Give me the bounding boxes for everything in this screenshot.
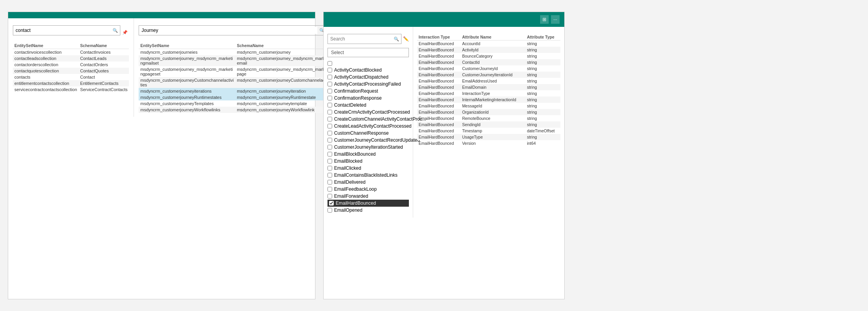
cdm-standard-pin-icon[interactable]: 📌 — [121, 28, 129, 37]
table-row[interactable]: contactorderscollection ContactOrders — [13, 61, 129, 68]
list-item[interactable]: CreateCrmActivityContactProcessed — [327, 109, 409, 116]
attr-type-cell: string — [525, 97, 560, 103]
list-item[interactable]: ContactDeleted — [327, 102, 409, 109]
table-row[interactable]: msdyncrm_customerjourneyWorkflowlinks ms… — [139, 107, 335, 113]
attr-name-cell: AccountId — [461, 40, 526, 47]
attr-interaction-type-cell: EmailHardBounced — [417, 78, 461, 84]
list-item[interactable]: EmailBlocked — [327, 158, 409, 165]
table-row[interactable]: contactinvoicescollection ContactInvoice… — [13, 49, 129, 56]
interaction-checkbox[interactable] — [327, 96, 332, 100]
table-row[interactable]: entitlementcontactscollection Entitlemen… — [13, 80, 129, 86]
attr-interaction-type-cell: EmailHardBounced — [417, 97, 461, 103]
interaction-more-icon-button[interactable]: ··· — [551, 15, 560, 24]
list-item[interactable]: CustomerJourneyContactRecordUpdated — [327, 137, 409, 144]
list-item[interactable]: ActivityContactDispatched — [327, 74, 409, 81]
interaction-checkbox[interactable] — [327, 103, 332, 107]
table-row[interactable]: msdyncrm_customerjourneies msdyncrm_cust… — [139, 49, 335, 56]
attr-name-cell: SendingId — [461, 121, 526, 128]
interaction-checkbox[interactable] — [327, 194, 332, 199]
interaction-checkbox[interactable] — [327, 110, 332, 114]
list-item[interactable]: ActivityContactProcessingFailed — [327, 81, 409, 88]
list-item[interactable]: ConfirmationResponse — [327, 95, 409, 102]
interaction-label: ConfirmationResponse — [334, 95, 382, 101]
attr-interaction-type-cell: EmailHardBounced — [417, 59, 461, 65]
interaction-checkbox[interactable] — [327, 173, 332, 177]
pencil-icon[interactable]: ✏️ — [403, 36, 409, 42]
cdm-custom-search-box: 🔍 — [139, 25, 327, 35]
interaction-checkbox[interactable] — [327, 145, 332, 149]
list-item[interactable]: EmailOpened — [327, 207, 409, 214]
interaction-checkbox[interactable] — [327, 187, 332, 192]
table-row[interactable]: contactleadscollection ContactLeads — [13, 55, 129, 61]
interaction-checkbox[interactable] — [327, 208, 332, 213]
cdm-standard-search-button[interactable]: 🔍 — [111, 26, 120, 35]
interaction-search-input[interactable] — [328, 35, 392, 42]
cdm-panel: 🔍 📌 EntitySetName SchemaName contactinvo… — [8, 12, 315, 299]
list-item[interactable]: EmailClicked — [327, 165, 409, 172]
table-row: EmailHardBounced CustomerJourneyIteratio… — [417, 72, 560, 78]
list-item[interactable]: EmailFeedbackLoop — [327, 186, 409, 193]
table-row: EmailHardBounced EmailAddressUsed string — [417, 78, 560, 84]
table-row[interactable]: msdyncrm_customerjourneyCustomchannelact… — [139, 77, 335, 88]
table-row[interactable]: contactquotescollection ContactQuotes — [13, 68, 129, 74]
list-item[interactable]: CreateLeadActivityContactProcessed — [327, 123, 409, 130]
schema-name-cell: ContactInvoices — [79, 49, 129, 56]
attr-interaction-type-cell: EmailHardBounced — [417, 53, 461, 59]
list-item[interactable]: EmailBlockBounced — [327, 151, 409, 158]
attr-name-cell: RemoteBounce — [461, 115, 526, 121]
entity-name-cell: servicecontractcontactscollection — [13, 86, 79, 93]
schema-name-cell: ContactOrders — [79, 61, 129, 68]
list-item[interactable]: EmailHardBounced — [327, 200, 409, 207]
cdm-custom-search-input[interactable] — [139, 27, 317, 34]
table-row[interactable]: msdyncrm_customerjourneyRuntimestates ms… — [139, 94, 335, 100]
list-item[interactable]: ConfirmationRequest — [327, 88, 409, 95]
table-row: EmailHardBounced RemoteBounce string — [417, 115, 560, 121]
interaction-checkbox[interactable] — [327, 82, 332, 86]
interaction-checkbox[interactable] — [327, 89, 332, 93]
entity-name-cell: contacts — [13, 74, 79, 80]
interaction-type-select[interactable]: Select — [327, 48, 409, 57]
table-row: EmailHardBounced SendingId string — [417, 121, 560, 128]
interaction-search-button[interactable]: 🔍 — [392, 34, 401, 44]
table-row[interactable]: msdyncrm_customerjourneyTemplates msdync… — [139, 100, 335, 107]
schema-name-cell: msdyncrm_customerjourneytemplate — [235, 100, 335, 107]
cdm-standard-search-input[interactable] — [13, 27, 111, 34]
interaction-checkbox[interactable] — [327, 159, 332, 163]
interaction-checkbox[interactable] — [327, 75, 332, 79]
table-row[interactable]: msdyncrm_customerjourney_msdyncrm_market… — [139, 55, 335, 66]
list-item[interactable]: EmailForwarded — [327, 193, 409, 200]
table-row[interactable]: msdyncrm_customerjourneyiterations msdyn… — [139, 88, 335, 94]
interaction-label: ActivityContactBlocked — [334, 67, 382, 73]
interaction-checkbox[interactable] — [327, 138, 332, 142]
table-row: EmailHardBounced CustomerJourneyId strin… — [417, 65, 560, 72]
table-row[interactable]: msdyncrm_customerjourney_msdyncrm_market… — [139, 66, 335, 77]
interactions-list: ActivityContactBlocked ActivityContactDi… — [327, 67, 409, 214]
attr-type-cell: string — [525, 47, 560, 53]
entity-name-cell: contactorderscollection — [13, 61, 79, 68]
attr-col-interaction-type: Interaction Type — [417, 34, 461, 40]
attr-type-cell: int64 — [525, 140, 560, 146]
list-item[interactable]: EmailDelivered — [327, 179, 409, 186]
attr-interaction-type-cell: EmailHardBounced — [417, 115, 461, 121]
interaction-checkbox[interactable] — [327, 124, 332, 128]
table-row[interactable]: servicecontractcontactscollection Servic… — [13, 86, 129, 93]
interaction-checkbox[interactable] — [329, 201, 334, 206]
attr-name-cell: EmailDomain — [461, 84, 526, 90]
list-item[interactable]: CustomerJourneyIterationStarted — [327, 144, 409, 151]
interaction-checkbox[interactable] — [327, 180, 332, 184]
select-all-row[interactable] — [327, 60, 409, 67]
list-item[interactable]: EmailContainsBlacklistedLinks — [327, 172, 409, 179]
interaction-checkbox[interactable] — [327, 68, 332, 72]
interaction-grid-icon-button[interactable]: ⊞ — [540, 15, 549, 24]
schema-name-cell: msdyncrm_customerjourney — [235, 49, 335, 56]
interaction-checkbox[interactable] — [327, 152, 332, 156]
select-all-checkbox[interactable] — [327, 61, 332, 66]
interaction-checkbox[interactable] — [327, 166, 332, 170]
interaction-label: EmailContainsBlacklistedLinks — [334, 172, 398, 178]
list-item[interactable]: CustomChannelResponse — [327, 130, 409, 137]
table-row[interactable]: contacts Contact — [13, 74, 129, 80]
interaction-checkbox[interactable] — [327, 117, 332, 121]
list-item[interactable]: ActivityContactBlocked — [327, 67, 409, 74]
list-item[interactable]: CreateCustomChannelActivityContactProc..… — [327, 116, 409, 123]
interaction-checkbox[interactable] — [327, 131, 332, 135]
